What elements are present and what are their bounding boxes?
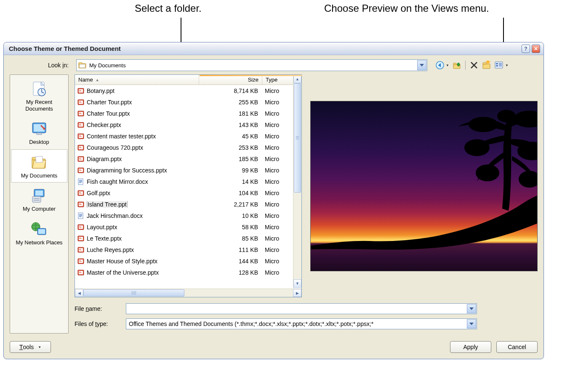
svg-rect-20 [496,65,498,66]
scroll-right-button[interactable]: ▶ [293,289,301,297]
file-row[interactable]: Charter Tour.pptx255 KBMicro [75,96,301,108]
svg-rect-40 [32,196,41,202]
toolbar-separator [465,61,466,70]
place-my-documents[interactable]: My Documents [11,149,67,183]
file-row[interactable]: Content master tester.pptx45 KBMicro [75,130,301,142]
scroll-up-button[interactable]: ▲ [293,75,301,83]
file-name: Content master tester.pptx [85,133,199,140]
file-row[interactable]: Island Tree.ppt2,217 KBMicro [75,199,301,210]
filetype-dropdown-button[interactable] [467,319,476,328]
help-button[interactable]: ? [522,45,530,53]
file-icon [77,133,85,140]
views-button[interactable] [493,60,505,71]
back-history-dropdown[interactable]: ▼ [446,64,449,67]
apply-button[interactable]: Apply [450,341,491,353]
file-row[interactable]: Botany.ppt8,714 KBMicro [75,85,301,96]
svg-point-33 [43,128,45,130]
svg-rect-7 [453,63,456,65]
file-name: Golf.pptx [85,190,199,196]
filename-dropdown-button[interactable] [467,304,476,313]
file-icon [77,201,85,208]
file-row[interactable]: Luche Reyes.pptx111 KBMicro [75,244,301,255]
filetype-combo[interactable]: Office Themes and Themed Documents (*.th… [126,318,477,329]
svg-rect-2 [80,64,85,68]
delete-button[interactable] [468,60,480,71]
cancel-button[interactable]: Cancel [496,341,538,353]
column-header-size[interactable]: Size [199,75,262,85]
svg-rect-91 [79,204,81,204]
svg-rect-11 [483,64,490,69]
back-button[interactable] [434,60,446,71]
file-row[interactable]: Master House of Style.pptx144 KBMicro [75,255,301,267]
file-row[interactable]: Layout.pptx58 KBMicro [75,221,301,233]
tools-button[interactable]: Tools [10,341,51,353]
file-size: 128 KB [199,269,262,276]
svg-rect-54 [79,101,81,102]
file-row[interactable]: Golf.pptx104 KBMicro [75,187,301,199]
file-row[interactable]: Diagramming for Success.pptx99 KBMicro [75,164,301,176]
place-desktop[interactable]: Desktop [11,116,67,149]
file-name: Le Texte.pptx [85,235,199,242]
close-button[interactable]: ✕ [532,45,540,53]
svg-rect-58 [79,113,81,113]
file-icon [77,99,85,106]
svg-rect-96 [79,216,82,216]
views-dropdown[interactable]: ▼ [505,64,509,67]
svg-rect-47 [38,229,45,234]
horizontal-scroll-thumb[interactable] [83,289,184,297]
svg-rect-116 [79,272,81,272]
file-row[interactable]: Chater Tour.pptx181 KBMicro [75,108,301,119]
svg-marker-125 [469,307,474,310]
svg-rect-87 [79,192,81,193]
file-row[interactable]: Jack Hirschman.docx10 KBMicro [75,210,301,221]
place-label: My Recent Documents [13,99,65,112]
callout-views-preview: Choose Preview on the Views menu. [324,3,489,14]
file-row[interactable]: Diagram.pptx185 KBMicro [75,153,301,164]
file-list[interactable]: Name ▲ Size Type Botany.ppt8,714 KBMicro… [75,74,302,297]
horizontal-scrollbar[interactable]: ◀ ▶ [75,289,301,297]
up-one-level-button[interactable] [451,60,463,71]
file-row[interactable]: Fish caught Mirror.docx14 KBMicro [75,176,301,187]
place-my-network-places[interactable]: My Network Places [11,216,67,250]
file-icon [77,246,85,253]
file-size: 2,217 KB [199,201,262,208]
lookin-combo[interactable]: My Documents [76,59,427,71]
file-row[interactable]: Courageous 720.pptx253 KBMicro [75,142,301,153]
place-label: My Documents [21,172,58,179]
svg-rect-67 [79,136,82,137]
lookin-dropdown-button[interactable] [417,60,426,70]
file-name: Luche Reyes.pptx [85,246,199,253]
svg-point-118 [469,117,498,132]
svg-rect-95 [79,215,82,215]
column-header-name[interactable]: Name ▲ [75,75,199,85]
file-icon [77,269,85,276]
svg-rect-109 [79,250,82,250]
places-bar: My Recent Documents Desktop My Documents… [10,74,69,334]
file-row[interactable]: Master of the Universe.pptx128 KBMicro [75,267,301,278]
file-size: 45 KB [199,133,262,140]
file-size: 181 KB [199,110,262,117]
file-size: 253 KB [199,144,262,151]
file-name: Courageous 720.pptx [85,144,199,151]
file-size: 111 KB [199,246,262,253]
toolbar-icon-group: ▼ ▼ [434,60,509,71]
vertical-scroll-thumb[interactable] [294,83,301,193]
filename-input[interactable] [126,303,477,314]
place-my-computer[interactable]: My Computer [11,183,67,216]
file-row[interactable]: Le Texte.pptx85 KBMicro [75,233,301,244]
scroll-down-button[interactable]: ▼ [293,279,301,288]
svg-rect-112 [79,260,81,261]
svg-rect-19 [496,63,498,64]
dialog-title: Choose Theme or Themed Document [9,45,520,52]
new-folder-button[interactable] [481,60,493,71]
svg-rect-117 [79,273,82,273]
scroll-left-button[interactable]: ◀ [75,289,83,297]
place-my-recent-documents[interactable]: My Recent Documents [11,76,67,116]
vertical-scrollbar[interactable]: ▲ ▼ [293,75,301,288]
file-icon [77,212,85,219]
file-row[interactable]: Checker.pptx143 KBMicro [75,119,301,130]
svg-rect-75 [79,159,82,159]
file-icon [77,178,85,185]
file-name: Jack Hirschman.docx [85,212,199,219]
file-name: Island Tree.ppt [85,201,199,208]
